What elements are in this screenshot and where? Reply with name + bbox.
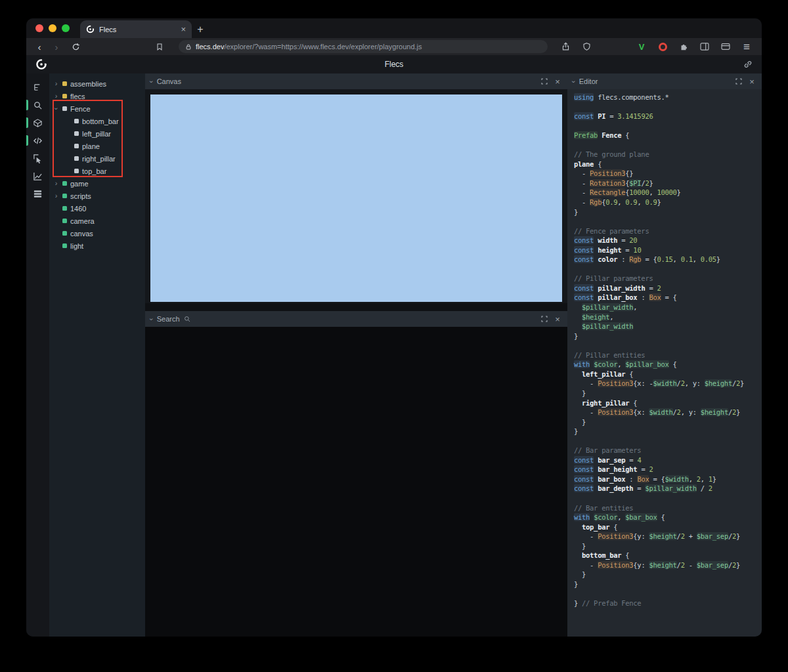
url-bar[interactable]: flecs.dev/explorer/?wasm=https://www.fle… bbox=[179, 40, 548, 53]
lock-icon bbox=[185, 43, 192, 51]
new-tab-button[interactable]: + bbox=[192, 20, 209, 38]
sidebar-scene-cube-icon[interactable] bbox=[26, 114, 49, 131]
reload-icon[interactable] bbox=[68, 39, 83, 54]
tree-item-bottom_bar[interactable]: bottom_bar bbox=[49, 115, 145, 127]
code-line: left_pillar { bbox=[574, 369, 755, 379]
code-line: // Pillar parameters bbox=[574, 274, 755, 284]
entity-color-square bbox=[74, 119, 79, 123]
code-line bbox=[574, 264, 755, 274]
canvas-3d-viewport[interactable] bbox=[150, 94, 562, 302]
forward-icon[interactable]: › bbox=[51, 42, 62, 52]
code-line: // The ground plane bbox=[574, 150, 755, 159]
code-area[interactable]: using flecs.components.* const PI = 3.14… bbox=[567, 89, 762, 637]
tab-strip: Flecs × + bbox=[26, 18, 762, 38]
main-area: ›assemblies›flecs›Fencebottom_barleft_pi… bbox=[26, 74, 762, 637]
sidebar-inspector-icon[interactable] bbox=[26, 150, 49, 167]
browser-menu-icon[interactable]: ≡ bbox=[739, 39, 754, 54]
close-icon[interactable]: × bbox=[553, 314, 562, 324]
sidebar-toggle-icon[interactable] bbox=[697, 39, 712, 54]
tree-item-canvas[interactable]: canvas bbox=[49, 227, 145, 240]
code-line bbox=[574, 140, 755, 150]
tree-item-left_pillar[interactable]: left_pillar bbox=[49, 127, 145, 140]
code-line: top_bar { bbox=[574, 522, 755, 532]
tree-item-top_bar[interactable]: top_bar bbox=[49, 165, 145, 177]
chevron-down-icon[interactable]: › bbox=[148, 318, 155, 320]
tree-item-label: right_pillar bbox=[82, 155, 116, 163]
entity-color-square bbox=[62, 94, 67, 98]
code-line: const pillar_box : Box = { bbox=[574, 293, 755, 303]
entity-color-square bbox=[74, 131, 79, 136]
share-icon[interactable] bbox=[558, 39, 573, 54]
icon-sidebar bbox=[26, 74, 49, 637]
entity-color-square bbox=[62, 231, 67, 236]
tree-item-scripts[interactable]: ›scripts bbox=[49, 190, 145, 202]
chevron-right-icon[interactable]: › bbox=[53, 192, 59, 200]
chevron-down-icon[interactable]: › bbox=[53, 106, 60, 112]
v-logo-glyph: V bbox=[639, 42, 645, 52]
close-window-button[interactable] bbox=[35, 24, 43, 32]
maximize-window-button[interactable] bbox=[62, 24, 70, 32]
chevron-right-icon[interactable]: › bbox=[53, 80, 59, 87]
code-line: } bbox=[574, 570, 755, 579]
code-line: with $color, $pillar_box { bbox=[574, 360, 755, 369]
tree-item-camera[interactable]: camera bbox=[49, 215, 145, 227]
tree-item-plane[interactable]: plane bbox=[49, 140, 145, 152]
tree-item-light[interactable]: light bbox=[49, 240, 145, 252]
entity-color-square bbox=[74, 144, 79, 148]
back-icon[interactable]: ‹ bbox=[34, 42, 45, 52]
chevron-down-icon[interactable]: › bbox=[570, 80, 577, 83]
close-icon[interactable]: × bbox=[747, 77, 756, 86]
code-line bbox=[574, 341, 755, 350]
bookmark-icon[interactable] bbox=[152, 39, 167, 54]
fullscreen-icon[interactable] bbox=[734, 77, 743, 86]
wallet-icon[interactable] bbox=[718, 39, 733, 54]
code-line: const bar_box : Box = {$width, 2, 1} bbox=[574, 474, 755, 484]
sidebar-search-icon[interactable] bbox=[26, 96, 49, 114]
code-line: - Rgb{0.9, 0.9, 0.9} bbox=[574, 198, 755, 207]
code-line: // Bar parameters bbox=[574, 446, 755, 455]
tree-item-1460[interactable]: 1460 bbox=[49, 202, 145, 215]
shield-icon[interactable] bbox=[579, 39, 594, 54]
share-link-icon[interactable] bbox=[743, 60, 753, 69]
extension-v-icon[interactable]: V bbox=[634, 39, 649, 54]
sidebar-entity-tree-icon[interactable] bbox=[26, 79, 49, 96]
tree-item-game[interactable]: ›game bbox=[49, 177, 145, 190]
url-text: flecs.dev/explorer/?wasm=https://www.fle… bbox=[196, 43, 422, 51]
code-line: } bbox=[574, 541, 755, 551]
tree-item-assemblies[interactable]: ›assemblies bbox=[49, 77, 145, 90]
search-results-area[interactable] bbox=[145, 327, 567, 637]
code-line bbox=[574, 102, 755, 112]
tree-item-label: scripts bbox=[70, 192, 91, 200]
sidebar-code-icon[interactable] bbox=[26, 132, 49, 149]
code-line: bottom_bar { bbox=[574, 551, 755, 560]
extensions-puzzle-icon[interactable] bbox=[676, 39, 691, 54]
code-line: - Rectangle{10000, 10000} bbox=[574, 188, 755, 198]
entity-color-square bbox=[62, 194, 67, 198]
code-line bbox=[574, 494, 755, 503]
extension-red-icon[interactable] bbox=[655, 39, 670, 54]
fullscreen-icon[interactable] bbox=[540, 314, 549, 324]
code-line bbox=[574, 436, 755, 446]
minimize-window-button[interactable] bbox=[49, 24, 56, 32]
tree-item-Fence[interactable]: ›Fence bbox=[49, 102, 145, 115]
tree-item-label: game bbox=[70, 180, 89, 188]
sidebar-tables-icon[interactable] bbox=[26, 185, 49, 202]
code-line: } bbox=[574, 331, 755, 341]
code-line: const color : Rgb = {0.15, 0.1, 0.05} bbox=[574, 255, 755, 264]
window-controls bbox=[35, 18, 80, 38]
app-header: Flecs bbox=[26, 55, 762, 74]
tab-close-icon[interactable]: × bbox=[181, 25, 186, 33]
chevron-down-icon[interactable]: › bbox=[148, 80, 155, 83]
sidebar-statistics-icon[interactable] bbox=[26, 167, 49, 184]
close-icon[interactable]: × bbox=[553, 77, 562, 86]
code-line: using flecs.components.* bbox=[574, 93, 755, 102]
browser-tab[interactable]: Flecs × bbox=[80, 20, 192, 38]
fullscreen-icon[interactable] bbox=[540, 77, 549, 86]
canvas-panel-title: Canvas bbox=[157, 77, 181, 85]
chevron-right-icon[interactable]: › bbox=[53, 93, 59, 100]
chevron-right-icon[interactable]: › bbox=[53, 180, 59, 187]
tree-item-label: light bbox=[70, 242, 83, 250]
code-line: const bar_height = 2 bbox=[574, 465, 755, 474]
tree-item-right_pillar[interactable]: right_pillar bbox=[49, 152, 145, 165]
tree-item-flecs[interactable]: ›flecs bbox=[49, 90, 145, 102]
